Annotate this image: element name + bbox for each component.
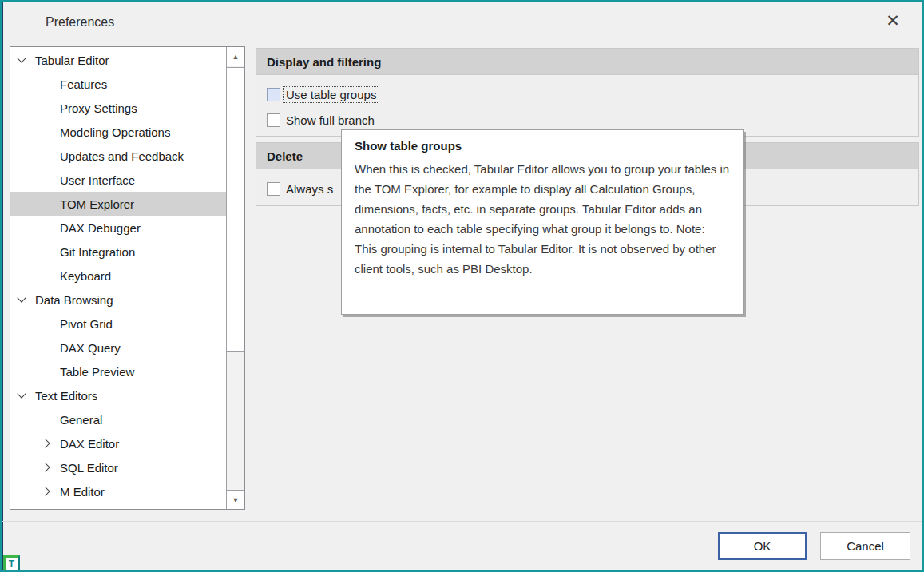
group-display-and-filtering: Display and filtering Use table groups S… [256,48,919,137]
option-use-table-groups[interactable]: Use table groups [267,81,918,107]
tree-item-text-editors[interactable]: Text Editors [10,383,226,407]
tree-item-csharp-editor[interactable]: C# Edit [10,503,226,510]
show-full-branch-label[interactable]: Show full branch [284,113,377,128]
always-s-label[interactable]: Always s [284,181,335,197]
tree-item-features[interactable]: Features [10,72,226,96]
tree-item-keyboard[interactable]: Keyboard [10,264,226,288]
use-table-groups-checkbox[interactable] [267,88,280,101]
tree-item-sql-editor[interactable]: SQL Editor [10,455,226,479]
tree-item-modeling-operations[interactable]: Modeling Operations [10,120,226,144]
tree-item-dax-query[interactable]: DAX Query [10,336,226,359]
chevron-right-icon[interactable] [41,439,50,447]
group-body: Use table groups Show full branch [256,75,918,137]
group-header: Display and filtering [256,49,918,75]
tree-item-dax-debugger[interactable]: DAX Debugger [10,216,226,240]
footer-divider [2,521,922,522]
always-s-checkbox[interactable] [267,182,280,196]
tree-item-user-interface[interactable]: User Interface [10,168,226,192]
tree-item-tom-explorer[interactable]: TOM Explorer [10,192,226,216]
tree-item-data-browsing[interactable]: Data Browsing [10,288,226,312]
window-left-accent [2,2,3,570]
use-table-groups-label[interactable]: Use table groups [284,87,379,102]
tree-scrollbar[interactable]: ▲ ▼ [226,47,244,509]
dialog-title: Preferences [46,15,114,30]
scroll-up-icon[interactable]: ▲ [227,47,244,66]
tree-item-general[interactable]: General [10,407,226,431]
tree-item-tabular-editor[interactable]: Tabular Editor [10,48,226,72]
tabular-editor-logo-icon: T [3,555,20,572]
tree-item-table-preview[interactable]: Table Preview [10,359,226,383]
chevron-down-icon[interactable] [17,389,26,398]
tree-item-m-editor[interactable]: M Editor [10,479,226,503]
tooltip-body: When this is checked, Tabular Editor all… [355,159,730,279]
tooltip-title: Show table groups [355,139,730,153]
scrollbar-thumb[interactable] [227,67,244,352]
tree-item-git-integration[interactable]: Git Integration [10,240,226,264]
tooltip: Show table groups When this is checked, … [341,129,744,315]
chevron-right-icon[interactable] [41,463,50,471]
cancel-button[interactable]: Cancel [820,532,910,560]
tree-item-proxy-settings[interactable]: Proxy Settings [10,96,226,120]
chevron-down-icon[interactable] [17,293,26,302]
chevron-right-icon[interactable] [41,487,50,495]
tree-item-updates-and-feedback[interactable]: Updates and Feedback [10,144,226,168]
show-full-branch-checkbox[interactable] [267,113,280,127]
tree-rows: Tabular Editor Features Proxy Settings M… [10,48,226,510]
ok-button[interactable]: OK [718,532,807,560]
scroll-down-icon[interactable]: ▼ [227,490,244,509]
chevron-down-icon[interactable] [17,54,26,62]
settings-tree: Tabular Editor Features Proxy Settings M… [10,46,245,510]
tree-item-pivot-grid[interactable]: Pivot Grid [10,312,226,336]
title-bar: Preferences ✕ [2,2,922,44]
preferences-dialog: Preferences ✕ Tabular Editor Features Pr… [0,0,924,572]
tree-item-dax-editor[interactable]: DAX Editor [10,431,226,455]
close-icon[interactable]: ✕ [881,9,905,33]
